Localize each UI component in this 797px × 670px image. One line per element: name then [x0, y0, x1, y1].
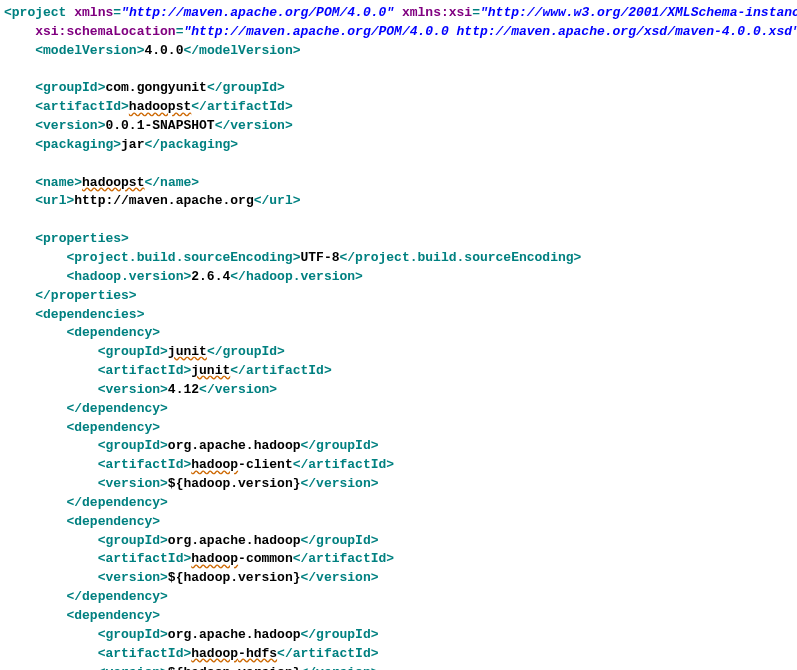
xml-code-block: <project xmlns="http://maven.apache.org/…: [4, 4, 793, 670]
artifact-id-value: hadoopst: [129, 99, 191, 114]
